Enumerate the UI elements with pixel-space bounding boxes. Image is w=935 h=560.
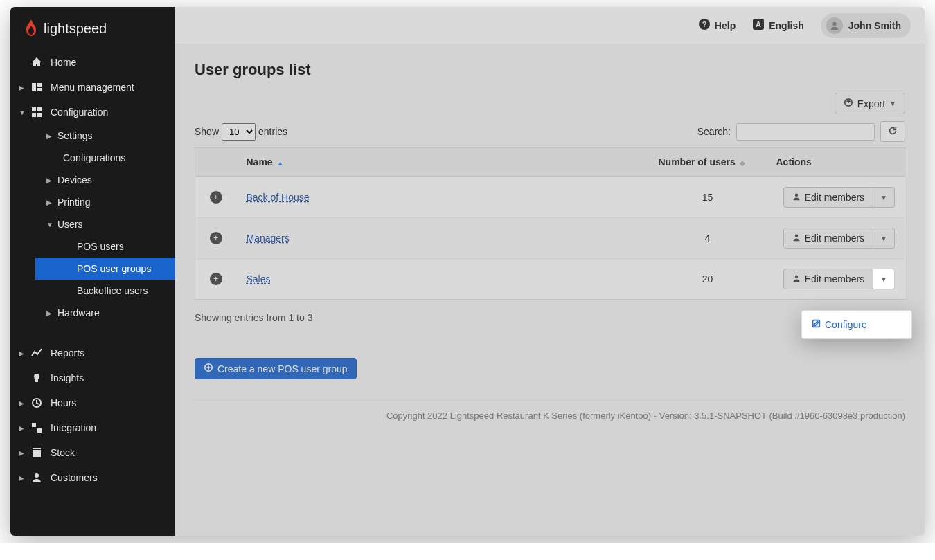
nav-backoffice-users[interactable]: Backoffice users (35, 280, 175, 302)
nav-configuration[interactable]: ▼Configuration (10, 100, 175, 125)
svg-rect-0 (32, 83, 36, 91)
svg-rect-12 (33, 450, 41, 457)
sidebar: lightspeed Home ▶Menu management ▼Config… (10, 7, 175, 536)
nav-home[interactable]: Home (10, 50, 175, 75)
svg-rect-11 (37, 428, 42, 433)
nav-menu-management[interactable]: ▶Menu management (10, 75, 175, 100)
nav-insights[interactable]: Insights (10, 365, 175, 390)
nav-users[interactable]: ▼Users (35, 213, 175, 235)
svg-point-14 (35, 473, 39, 478)
configure-item[interactable]: Configure (802, 314, 911, 336)
svg-rect-13 (33, 448, 41, 449)
insights-icon (30, 372, 44, 383)
customers-icon (30, 472, 44, 483)
nav-hardware[interactable]: ▶Hardware (35, 302, 175, 324)
svg-rect-10 (32, 423, 36, 427)
edit-icon (812, 319, 821, 330)
main: ?Help AEnglish John Smith User groups li… (175, 7, 925, 536)
nav-settings[interactable]: ▶Settings (35, 125, 175, 147)
nav-integration[interactable]: ▶Integration (10, 415, 175, 440)
svg-rect-8 (35, 379, 38, 382)
nav-customers[interactable]: ▶Customers (10, 465, 175, 490)
integration-icon (30, 422, 44, 433)
nav-configurations[interactable]: Configurations (35, 147, 175, 169)
svg-rect-4 (37, 107, 42, 111)
stock-icon (30, 447, 44, 458)
nav-pos-user-groups[interactable]: POS user groups (35, 258, 175, 280)
reports-icon (30, 347, 44, 359)
nav-reports[interactable]: ▶Reports (10, 341, 175, 365)
nav-devices[interactable]: ▶Devices (35, 169, 175, 191)
menu-icon (30, 82, 44, 93)
nav-pos-users[interactable]: POS users (35, 235, 175, 258)
nav-stock[interactable]: ▶Stock (10, 440, 175, 465)
svg-rect-2 (37, 88, 42, 91)
nav-printing[interactable]: ▶Printing (35, 191, 175, 213)
svg-rect-5 (32, 113, 36, 117)
brand-text: lightspeed (44, 21, 107, 37)
brand-logo: lightspeed (10, 7, 175, 50)
svg-rect-3 (32, 107, 36, 111)
modal-overlay (175, 7, 925, 536)
row-actions-toggle[interactable]: ▼ (873, 269, 895, 289)
flame-icon (24, 19, 38, 37)
home-icon (30, 57, 44, 68)
svg-point-7 (34, 374, 39, 379)
svg-rect-1 (37, 83, 42, 87)
config-icon (30, 107, 44, 118)
clock-icon (30, 397, 44, 408)
nav-hours[interactable]: ▶Hours (10, 390, 175, 415)
row-actions-dropdown: Configure (801, 310, 912, 339)
nav: Home ▶Menu management ▼Configuration ▶Se… (10, 50, 175, 536)
svg-rect-6 (37, 113, 42, 117)
caret-down-icon: ▼ (880, 276, 887, 283)
